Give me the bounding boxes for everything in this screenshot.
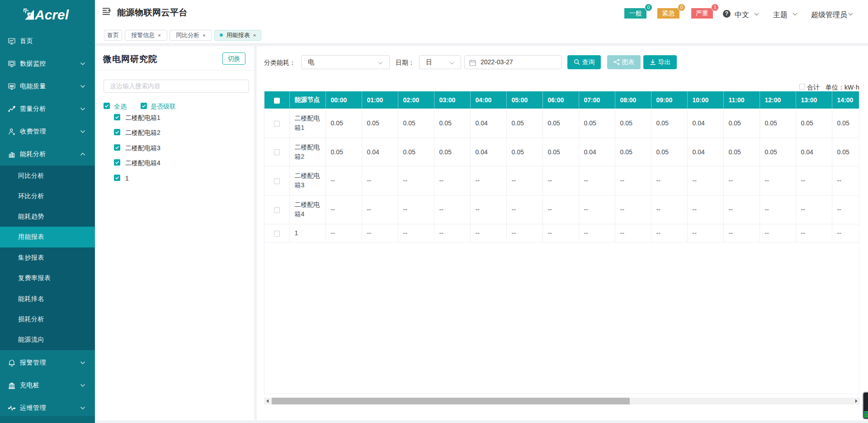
svg-text:Acrel: Acrel (34, 9, 69, 20)
